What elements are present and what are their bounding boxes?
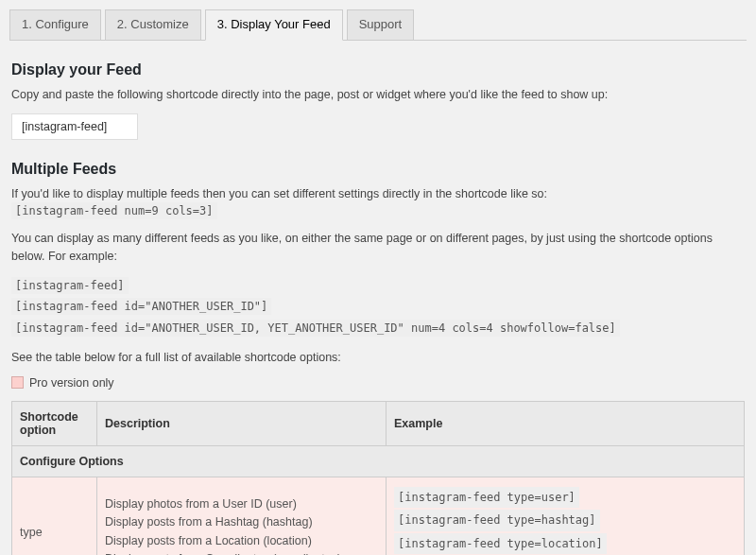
example-line-3: [instagram-feed id="ANOTHER_USER_ID, YET…	[11, 320, 620, 337]
example-code: [instagram-feed type=hashtag]	[394, 510, 600, 531]
multiple-para2: You can display as many different feeds …	[11, 230, 745, 266]
th-option: Shortcode option	[12, 401, 97, 445]
th-description: Description	[97, 401, 387, 445]
table-header-row: Shortcode option Description Example	[12, 401, 745, 445]
shortcode-input[interactable]	[11, 113, 138, 140]
example-line-2: [instagram-feed id="ANOTHER_USER_ID"]	[11, 298, 271, 315]
display-intro: Copy and paste the following shortcode d…	[11, 86, 745, 104]
table-subheader-cell: Configure Options	[12, 445, 745, 477]
cell-option: type	[12, 477, 97, 555]
table-subheader: Configure Options	[12, 445, 745, 477]
tab-display[interactable]: 3. Display Your Feed	[205, 9, 343, 41]
multiple-heading: Multiple Feeds	[11, 161, 745, 178]
pro-legend: Pro version only	[11, 376, 745, 390]
shortcode-options-table: Shortcode option Description Example Con…	[11, 401, 745, 555]
nav-tabs: 1. Configure 2. Customize 3. Display You…	[9, 9, 747, 41]
cell-description: Display photos from a User ID (user)Disp…	[97, 477, 387, 555]
table-row: typeDisplay photos from a User ID (user)…	[12, 477, 745, 555]
multiple-para3: See the table below for a full list of a…	[11, 349, 745, 367]
multiple-para1-text: If you'd like to display multiple feeds …	[11, 187, 547, 200]
example-line-1: [instagram-feed]	[11, 277, 129, 294]
tab-customize[interactable]: 2. Customize	[105, 9, 201, 41]
th-example: Example	[386, 401, 744, 445]
pro-swatch-icon	[11, 376, 24, 389]
example-code: [instagram-feed type=location]	[394, 533, 607, 555]
multiple-para1-code: [instagram-feed num=9 cols=3]	[11, 202, 217, 219]
multiple-para1: If you'd like to display multiple feeds …	[11, 185, 745, 221]
cell-example: [instagram-feed type=user][instagram-fee…	[386, 477, 744, 555]
pro-legend-label: Pro version only	[29, 376, 114, 390]
tab-support[interactable]: Support	[347, 9, 415, 41]
example-code: [instagram-feed type=user]	[394, 487, 579, 509]
tab-configure[interactable]: 1. Configure	[9, 9, 101, 41]
display-heading: Display your Feed	[11, 61, 745, 78]
